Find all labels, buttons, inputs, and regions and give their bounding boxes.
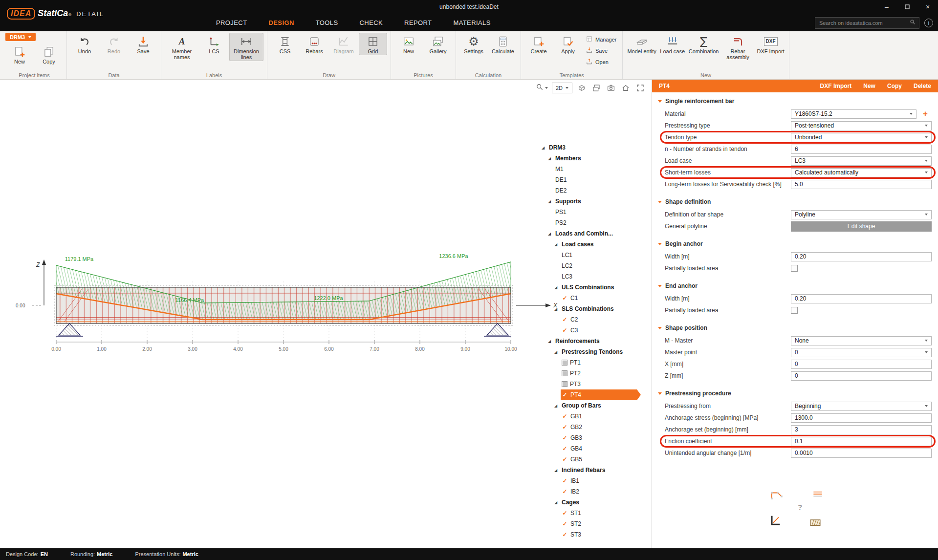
search-box[interactable] — [815, 17, 919, 29]
tree-item-ps2[interactable]: PS2 — [541, 217, 641, 228]
ribbon-dimension-lines[interactable]: Dimension lines — [229, 33, 263, 61]
m-master-dropdown[interactable]: None — [791, 336, 932, 345]
prop-action-delete[interactable]: Delete — [914, 83, 931, 89]
expander-icon[interactable]: ◢ — [542, 146, 548, 150]
tree-item-cages[interactable]: ◢Cages — [541, 497, 641, 508]
view-mode-select[interactable]: 2D — [552, 83, 572, 93]
tree-item-pt3[interactable]: PT3 — [541, 379, 641, 389]
ribbon-save[interactable]: Save — [129, 33, 157, 55]
general-polyline-button[interactable]: Edit shape — [791, 221, 932, 232]
ribbon-rebars[interactable]: Rebars — [300, 33, 328, 55]
tree-item-c1[interactable]: ✓C1 — [541, 293, 641, 303]
prestressing-type-dropdown[interactable]: Post-tensioned — [791, 121, 932, 130]
material-dropdown[interactable]: Y1860S7-15.2 — [791, 109, 916, 119]
tree-item-pt4[interactable]: ✓PT4 — [541, 389, 641, 400]
long-term-losses-for-serviceability-check-input[interactable]: 5.0 — [791, 180, 932, 189]
prestressing-from-dropdown[interactable]: Beginning — [791, 402, 932, 411]
tree-item-lc3[interactable]: LC3 — [541, 271, 641, 282]
tree-item-m1[interactable]: M1 — [541, 164, 641, 174]
expander-icon[interactable]: ◢ — [554, 468, 561, 473]
zoom-menu[interactable] — [535, 83, 548, 93]
checkbox-checked-icon[interactable]: ✓ — [562, 327, 568, 334]
ribbon-model-entity[interactable]: Model entity — [626, 33, 657, 55]
tree-item-members[interactable]: ◢Members — [541, 153, 641, 164]
prop-action-dxf-import[interactable]: DXF Import — [820, 83, 852, 89]
close-icon[interactable]: × — [917, 0, 938, 14]
anchor-plate-icon[interactable] — [768, 514, 782, 529]
checkbox-checked-icon[interactable]: ✓ — [562, 510, 568, 517]
tree-item-gb2[interactable]: ✓GB2 — [541, 422, 641, 432]
tree-item-lc1[interactable]: LC1 — [541, 250, 641, 260]
tree-item-de1[interactable]: DE1 — [541, 174, 641, 185]
expander-icon[interactable]: ◢ — [554, 404, 561, 408]
tree-item-prestressing-tendons[interactable]: ◢Prestressing Tendons — [541, 346, 641, 357]
expander-icon[interactable]: ◢ — [554, 242, 561, 247]
checkbox-checked-icon[interactable]: ✓ — [562, 488, 568, 495]
anchorage-stress-beginning-mpa-input[interactable]: 1300.0 — [791, 413, 932, 423]
tree-item-st1[interactable]: ✓ST1 — [541, 508, 641, 518]
width-m-input[interactable]: 0.20 — [791, 294, 932, 303]
tree-item-pt1[interactable]: PT1 — [541, 357, 641, 368]
tree-item-drm3[interactable]: ◢DRM3 — [541, 142, 641, 153]
tree-item-uls-combinations[interactable]: ◢ULS Combinations — [541, 282, 641, 293]
tree-item-pt2[interactable]: PT2 — [541, 368, 641, 379]
friction-coefficient-input[interactable]: 0.1 — [791, 437, 932, 446]
ribbon-calculate[interactable]: Calculate — [489, 33, 517, 55]
short-term-losses-dropdown[interactable]: Calculated automatically — [791, 168, 932, 177]
tree-item-ps1[interactable]: PS1 — [541, 207, 641, 217]
ribbon-create[interactable]: Create — [524, 33, 553, 55]
ribbon-rebar-assembly[interactable]: Rebar assembly — [721, 33, 755, 61]
tree-item-gb4[interactable]: ✓GB4 — [541, 443, 641, 454]
tree-item-load-cases[interactable]: ◢Load cases — [541, 239, 641, 250]
tree-item-st3[interactable]: ✓ST3 — [541, 529, 641, 540]
checkbox-checked-icon[interactable]: ✓ — [562, 434, 568, 441]
ribbon-save[interactable]: Save — [586, 46, 616, 55]
add-material-button[interactable]: + — [920, 109, 930, 119]
expander-icon[interactable]: ◢ — [548, 199, 554, 204]
parallel-lines-icon[interactable] — [811, 487, 824, 502]
expander-icon[interactable]: ◢ — [554, 350, 561, 354]
section-header-prestressing-procedure[interactable]: Prestressing procedure — [652, 387, 938, 400]
maximize-icon[interactable] — [897, 0, 917, 14]
polyline-shape-icon[interactable] — [769, 488, 784, 505]
tree-item-group-of-bars[interactable]: ◢Group of Bars — [541, 400, 641, 411]
checkbox-checked-icon[interactable]: ✓ — [562, 531, 568, 538]
checkbox-checked-icon[interactable]: ✓ — [562, 477, 568, 484]
tree-item-ib2[interactable]: ✓IB2 — [541, 486, 641, 497]
section-header-begin-anchor[interactable]: Begin anchor — [652, 237, 938, 251]
ribbon-settings[interactable]: ⚙Settings — [459, 33, 488, 55]
tab-check[interactable]: CHECK — [349, 14, 394, 31]
tree-item-st2[interactable]: ✓ST2 — [541, 518, 641, 529]
z-mm-input[interactable]: 0 — [791, 371, 932, 381]
checkbox-checked-icon[interactable]: ✓ — [562, 316, 568, 323]
checkbox-unchecked-icon[interactable] — [562, 360, 567, 366]
checkbox-unchecked-icon[interactable] — [562, 370, 567, 376]
ribbon-undo[interactable]: Undo — [70, 33, 99, 55]
view-cube-button[interactable] — [576, 83, 587, 93]
width-m-input[interactable]: 0.20 — [791, 252, 932, 261]
expander-icon[interactable]: ◢ — [548, 156, 554, 161]
minimize-icon[interactable]: – — [876, 0, 897, 14]
expander-icon[interactable]: ◢ — [554, 307, 561, 311]
ribbon-apply[interactable]: Apply — [554, 33, 582, 55]
prop-action-new[interactable]: New — [863, 83, 875, 89]
ribbon-load-case[interactable]: Load case — [658, 33, 687, 55]
ribbon-dxf-import[interactable]: DXFDXF Import — [756, 33, 785, 55]
section-header-single-reinforcement-bar[interactable]: Single reinforcement bar — [652, 94, 938, 108]
tab-project[interactable]: PROJECT — [205, 14, 258, 31]
n-number-of-strands-in-tendon-input[interactable]: 6 — [791, 145, 932, 154]
ribbon-member-names[interactable]: AMember names — [165, 33, 199, 61]
section-header-end-anchor[interactable]: End anchor — [652, 279, 938, 293]
expander-icon[interactable]: ◢ — [548, 232, 554, 236]
search-input[interactable] — [818, 20, 906, 26]
section-header-shape-definition[interactable]: Shape definition — [652, 195, 938, 209]
view-home-button[interactable] — [620, 83, 631, 93]
anchorage-set-beginning-mm-input[interactable]: 3 — [791, 425, 932, 434]
tendon-type-dropdown[interactable]: Unbonded — [791, 133, 932, 142]
tree-item-c2[interactable]: ✓C2 — [541, 314, 641, 325]
ribbon-combination[interactable]: ∑Combination — [688, 33, 720, 55]
ribbon-grid[interactable]: Grid — [359, 33, 387, 55]
tree-item-reinforcements[interactable]: ◢Reinforcements — [541, 336, 641, 346]
tab-design[interactable]: DESIGN — [258, 14, 305, 31]
x-mm-input[interactable]: 0 — [791, 360, 932, 369]
